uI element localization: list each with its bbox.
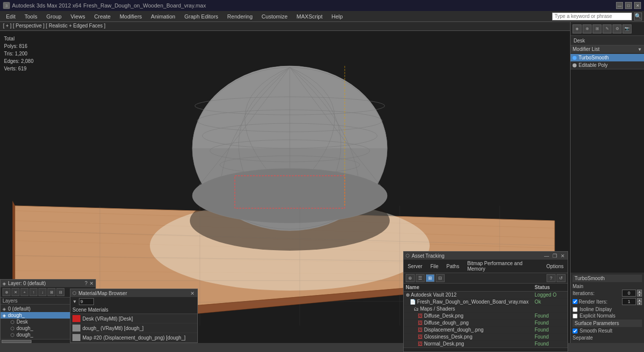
tab-icon-4[interactable]: ⚙: [613, 24, 622, 33]
at-row-6[interactable]: 🖼 Glossiness_Desk.png Found: [404, 334, 568, 341]
menu-edit[interactable]: Edit: [2, 12, 19, 20]
modifier-list-header: Modifier List ▼: [571, 45, 644, 53]
modifier-name-1: Editable Poly: [579, 62, 608, 68]
iterations-up[interactable]: ▲: [637, 290, 642, 293]
tab-icon-2[interactable]: ⊞: [593, 24, 602, 33]
at-menu-options[interactable]: Options: [545, 263, 566, 270]
minimize-button[interactable]: —: [616, 2, 623, 9]
layers-btn-delete[interactable]: ✕: [11, 288, 19, 296]
stats-verts-label: Verts:: [4, 66, 17, 71]
at-row-4[interactable]: 🖼 Diffuse_dough_.png Found: [404, 320, 568, 327]
renderiters-up[interactable]: ▲: [637, 298, 642, 302]
at-scrollbar[interactable]: [404, 348, 568, 352]
menu-create[interactable]: Create: [90, 12, 114, 20]
at-menu-server[interactable]: Server: [406, 263, 424, 270]
maximize-button[interactable]: □: [625, 2, 632, 9]
menu-tools[interactable]: Tools: [20, 12, 41, 20]
at-close-button[interactable]: ✕: [560, 253, 566, 259]
at-row-7[interactable]: 🖼 Normal_Desk.png Found: [404, 341, 568, 348]
iterations-down[interactable]: ▼: [637, 293, 642, 297]
modifier-dot-1: [573, 63, 577, 67]
mb-close-button[interactable]: ✕: [189, 290, 195, 296]
at-btn-3[interactable]: ⊟: [436, 274, 445, 282]
close-button[interactable]: ✕: [634, 2, 641, 9]
mb-item-1[interactable]: dough_ (VRayMtl) [dough_]: [70, 324, 197, 333]
viewport-stats: Total Polys: 816 Tris: 1,200 Edges: 2,08…: [4, 35, 33, 72]
at-row-1[interactable]: 📄 Fresh_Raw_Dough_on_Wooden_Board_vray.m…: [404, 299, 568, 306]
tab-icon-1[interactable]: ⊕: [583, 24, 592, 33]
layer-item-0-icon: ◈: [2, 307, 6, 312]
at-menu-paths[interactable]: Paths: [445, 263, 462, 270]
desk-label-text: Desk: [574, 38, 585, 43]
at-row-6-icon: 🖼: [418, 334, 424, 340]
turbosmooth-main-label: Main: [573, 283, 642, 290]
layers-help-button[interactable]: ?: [84, 281, 87, 286]
iterations-spinner: ▲ ▼: [637, 290, 642, 297]
at-row-3[interactable]: 🖼 Diffuse_Desk.png Found: [404, 313, 568, 320]
renderiters-input[interactable]: [622, 298, 636, 305]
at-row-5[interactable]: 🖼 Displacement_dough_.png Found: [404, 327, 568, 334]
layers-btn-expand[interactable]: ⊞: [47, 288, 55, 296]
search-button[interactable]: 🔍: [634, 12, 642, 20]
at-minimize-button[interactable]: —: [544, 253, 550, 259]
stats-polys: Polys: 816: [4, 42, 33, 50]
mb-title: Material/Map Browser: [78, 291, 187, 296]
smooth-result-checkbox[interactable]: [573, 329, 578, 334]
at-cell-status-4: Found: [533, 320, 568, 327]
turbosmooth-header[interactable]: TurboSmooth: [573, 275, 642, 282]
stats-edges-label: Edges:: [4, 58, 19, 64]
renderiters-checkbox[interactable]: [573, 299, 578, 304]
at-row-2[interactable]: 🗂 Maps / Shaders: [404, 306, 568, 313]
modifier-editablepoly[interactable]: Editable Poly: [571, 61, 644, 69]
at-row-2-icon: 🗂: [414, 306, 420, 312]
menu-rendering[interactable]: Rendering: [223, 12, 257, 20]
tab-icon-3[interactable]: ✎: [603, 24, 612, 33]
layers-btn-up[interactable]: ↑: [29, 288, 37, 296]
at-cell-name-4: 🖼 Diffuse_dough_.png: [404, 320, 533, 327]
mb-search-input[interactable]: [79, 298, 94, 305]
at-row-0[interactable]: ⊕ Autodesk Vault 2012 Logged O: [404, 292, 568, 299]
modifier-list-dropdown[interactable]: ▼: [638, 47, 642, 52]
layers-btn-collapse[interactable]: ⊟: [56, 288, 64, 296]
menu-help[interactable]: Help: [328, 12, 347, 20]
modifier-turbosmooth[interactable]: TurboSmooth: [571, 54, 644, 61]
stats-tris-label: Tris:: [4, 51, 13, 56]
surface-params-header[interactable]: Surface Parameters: [573, 320, 642, 327]
at-btn-help[interactable]: ?: [547, 274, 556, 282]
layers-titlebar: ◈ Layer: 0 (default) ? ✕: [0, 280, 95, 287]
at-btn-refresh[interactable]: ↺: [557, 274, 566, 282]
layers-btn-down[interactable]: ↓: [38, 288, 46, 296]
menu-views[interactable]: Views: [66, 12, 89, 20]
at-cell-name-3: 🖼 Diffuse_Desk.png: [404, 313, 533, 320]
tab-icon-5[interactable]: 📷: [623, 24, 632, 33]
at-menu-file[interactable]: File: [428, 263, 440, 270]
iterations-input[interactable]: [622, 290, 636, 297]
at-restore-button[interactable]: ❐: [552, 253, 558, 259]
mb-item-0-name: Desk (VRayMtl) [Desk]: [82, 316, 133, 322]
explicit-checkbox[interactable]: [573, 314, 578, 319]
menu-maxscript[interactable]: MAXScript: [293, 12, 327, 20]
layers-btn-create[interactable]: ⊕: [2, 288, 10, 296]
isoline-checkbox[interactable]: [573, 307, 578, 312]
tab-icon-0[interactable]: ◈: [573, 24, 582, 33]
menu-animation[interactable]: Animation: [147, 12, 179, 20]
menu-graph-editors[interactable]: Graph Editors: [180, 12, 222, 20]
mb-item-0[interactable]: Desk (VRayMtl) [Desk]: [70, 314, 197, 324]
search-input[interactable]: [552, 12, 632, 20]
at-btn-2[interactable]: ⊞: [426, 274, 435, 282]
at-btn-0[interactable]: ⊕: [406, 274, 415, 282]
stats-polys-label: Polys:: [4, 43, 17, 49]
mb-item-2[interactable]: Map #20 (Displacement_dough_png) [dough_…: [70, 333, 197, 343]
layers-btn-add[interactable]: +: [20, 288, 28, 296]
at-menu-bitmap[interactable]: Bitmap Performance and Memory: [465, 260, 540, 272]
layers-title: Layer: 0 (default): [8, 281, 82, 286]
menu-group[interactable]: Group: [42, 12, 66, 20]
menu-customize[interactable]: Customize: [258, 12, 292, 20]
renderiters-down[interactable]: ▼: [637, 302, 642, 305]
menu-modifiers[interactable]: Modifiers: [115, 12, 146, 20]
layers-close-button[interactable]: ✕: [89, 281, 93, 286]
at-btn-1[interactable]: ☰: [416, 274, 425, 282]
menubar: Edit Tools Group Views Create Modifiers …: [0, 11, 644, 22]
layers-col-label: Layers: [2, 298, 77, 304]
at-menubar: Server File Paths Bitmap Performance and…: [404, 260, 568, 273]
